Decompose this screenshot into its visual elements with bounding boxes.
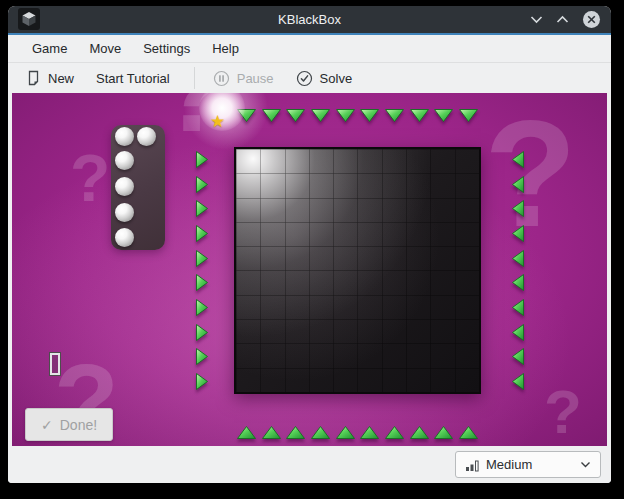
- laser-arrow-right-icon[interactable]: [195, 249, 209, 268]
- laser-arrow-left-icon[interactable]: [511, 199, 525, 218]
- menu-game[interactable]: Game: [21, 35, 78, 62]
- check-circle-icon: [296, 70, 313, 87]
- laser-arrow-left-icon[interactable]: [511, 273, 525, 292]
- laser-arrow-down-icon[interactable]: [458, 108, 479, 123]
- solve-button-label: Solve: [320, 71, 353, 86]
- laser-arrow-left-icon[interactable]: [511, 372, 525, 391]
- laser-arrow-down-icon[interactable]: [310, 108, 331, 123]
- chevron-down-icon: [580, 461, 591, 468]
- stray-glyph-artifact: [50, 353, 60, 375]
- star-icon: ★: [210, 113, 225, 130]
- pause-button[interactable]: Pause: [213, 70, 274, 87]
- tray-ball[interactable]: [115, 127, 134, 146]
- laser-arrow-left-icon[interactable]: [511, 175, 525, 194]
- laser-arrow-up-icon[interactable]: [409, 425, 430, 440]
- laser-arrow-down-icon[interactable]: [261, 108, 282, 123]
- new-button-label: New: [48, 71, 74, 86]
- laser-arrow-up-icon[interactable]: [384, 425, 405, 440]
- screenshot-stage: KBlackBox: [0, 0, 624, 499]
- maximize-button[interactable]: [556, 15, 569, 24]
- laser-arrow-right-icon[interactable]: [195, 199, 209, 218]
- toolbar-separator: [194, 67, 195, 89]
- laser-arrow-down-icon[interactable]: [335, 108, 356, 123]
- close-circle-icon: [582, 10, 601, 29]
- kblackbox-app-icon: [18, 8, 40, 30]
- menu-help[interactable]: Help: [201, 35, 250, 62]
- menubar: Game Move Settings Help: [8, 35, 611, 62]
- difficulty-combobox[interactable]: Medium: [455, 451, 601, 478]
- statusbar: Medium: [8, 446, 611, 483]
- tray-ball[interactable]: [115, 228, 134, 247]
- black-box-board[interactable]: [234, 147, 481, 394]
- tray-ball[interactable]: [137, 127, 156, 146]
- laser-arrow-left-icon[interactable]: [511, 298, 525, 317]
- laser-arrow-down-icon[interactable]: [409, 108, 430, 123]
- solve-button[interactable]: Solve: [296, 70, 353, 87]
- document-new-icon: [26, 70, 41, 87]
- window-title: KBlackBox: [8, 12, 611, 27]
- laser-arrow-right-icon[interactable]: [195, 298, 209, 317]
- game-view[interactable]: ????? ★ ✓ Done!: [12, 93, 607, 446]
- pause-circle-icon: [213, 70, 230, 87]
- menu-settings[interactable]: Settings: [132, 35, 201, 62]
- toolbar: New Start Tutorial Pause Solve: [8, 62, 611, 93]
- question-mark-watermark: ?: [70, 145, 110, 211]
- laser-arrow-down-icon[interactable]: [384, 108, 405, 123]
- start-tutorial-label: Start Tutorial: [96, 71, 170, 86]
- laser-arrow-down-icon[interactable]: [359, 108, 380, 123]
- laser-arrow-up-icon[interactable]: [261, 425, 282, 440]
- menu-move[interactable]: Move: [78, 35, 132, 62]
- laser-arrow-up-icon[interactable]: [310, 425, 331, 440]
- laser-arrow-up-icon[interactable]: [359, 425, 380, 440]
- laser-arrow-left-icon[interactable]: [511, 249, 525, 268]
- laser-arrow-down-icon[interactable]: [285, 108, 306, 123]
- laser-arrow-up-icon[interactable]: [458, 425, 479, 440]
- laser-arrow-up-icon[interactable]: [433, 425, 454, 440]
- laser-arrow-right-icon[interactable]: [195, 273, 209, 292]
- ball-tray[interactable]: [111, 125, 165, 250]
- laser-arrow-right-icon[interactable]: [195, 323, 209, 342]
- window-controls: [530, 6, 601, 33]
- check-icon: ✓: [41, 417, 53, 433]
- pause-button-label: Pause: [237, 71, 274, 86]
- start-tutorial-button[interactable]: Start Tutorial: [96, 71, 170, 86]
- laser-arrow-up-icon[interactable]: [236, 425, 257, 440]
- titlebar[interactable]: KBlackBox: [8, 6, 611, 33]
- laser-arrow-left-icon[interactable]: [511, 150, 525, 169]
- chevron-down-icon: [530, 15, 543, 24]
- question-mark-watermark: ?: [544, 381, 582, 443]
- laser-arrow-left-icon[interactable]: [511, 347, 525, 366]
- laser-arrow-down-icon[interactable]: [433, 108, 454, 123]
- laser-arrow-right-icon[interactable]: [195, 224, 209, 243]
- laser-arrow-up-icon[interactable]: [285, 425, 306, 440]
- difficulty-bars-icon: [465, 458, 479, 472]
- board-grid-lines: [236, 149, 479, 392]
- app-window: KBlackBox: [8, 6, 611, 483]
- done-button-label: Done!: [60, 417, 97, 433]
- tray-ball[interactable]: [115, 203, 134, 222]
- laser-ball-marker[interactable]: ★: [199, 93, 245, 131]
- laser-arrow-right-icon[interactable]: [195, 150, 209, 169]
- laser-arrow-up-icon[interactable]: [335, 425, 356, 440]
- difficulty-value: Medium: [486, 457, 532, 472]
- minimize-button[interactable]: [530, 15, 543, 24]
- new-button[interactable]: New: [26, 70, 74, 87]
- tray-ball[interactable]: [115, 177, 134, 196]
- tray-ball[interactable]: [115, 151, 134, 170]
- question-mark-watermark: ?: [484, 97, 577, 249]
- laser-arrow-left-icon[interactable]: [511, 224, 525, 243]
- laser-arrow-right-icon[interactable]: [195, 175, 209, 194]
- laser-arrow-right-icon[interactable]: [195, 372, 209, 391]
- laser-arrow-left-icon[interactable]: [511, 323, 525, 342]
- done-button[interactable]: ✓ Done!: [25, 408, 113, 441]
- close-button[interactable]: [582, 10, 601, 29]
- laser-arrow-right-icon[interactable]: [195, 347, 209, 366]
- chevron-up-icon: [556, 15, 569, 24]
